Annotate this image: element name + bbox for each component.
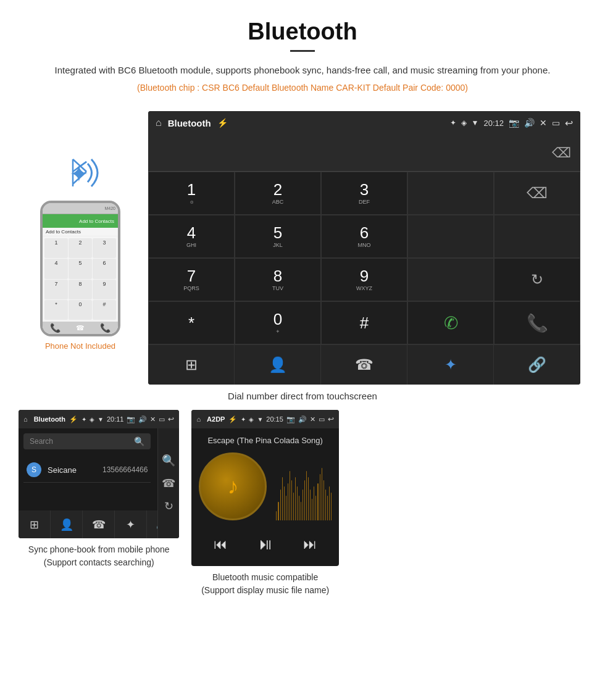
contact-phone: 13566664466 xyxy=(102,465,148,474)
bluetooth-specs: (Bluetooth chip : CSR BC6 Default Blueto… xyxy=(37,83,568,93)
eq-bar-10 xyxy=(295,477,296,520)
contacts-side-refresh-icon[interactable]: ↻ xyxy=(164,499,173,513)
eq-bar-19 xyxy=(312,499,312,520)
music-content: Escape (The Pina Colada Song) ♪ ⏮ ⏯ ⏭ xyxy=(191,428,338,566)
contacts-tool-phone[interactable]: ☎ xyxy=(83,510,115,538)
dial-backspace[interactable]: ⌫ xyxy=(494,172,580,215)
eq-bar-9 xyxy=(293,493,294,520)
contacts-caption: Sync phone-book from mobile phone (Suppo… xyxy=(19,543,179,569)
phone-key-star[interactable]: * xyxy=(44,300,68,320)
phone-key-0[interactable]: 0 xyxy=(69,300,92,320)
main-section: ✦ M420 Add xyxy=(0,111,605,385)
eq-bar-13 xyxy=(301,502,301,520)
contacts-body: Search 🔍 S Seicane 13566664466 xyxy=(19,433,179,486)
music-win-icon[interactable]: ▭ xyxy=(319,415,325,423)
car-dial-screen: ⌂ Bluetooth ⚡ ✦ ◈ ▼ 20:12 📷 🔊 ✕ ▭ ↩ xyxy=(148,111,580,385)
signal-icon: ▼ xyxy=(472,119,479,127)
music-cam-icon[interactable]: 📷 xyxy=(286,415,295,423)
camera-icon[interactable]: 📷 xyxy=(509,118,519,128)
dial-key-hash[interactable]: # xyxy=(321,301,407,344)
phone-key-7[interactable]: 7 xyxy=(44,280,68,299)
dial-key-7[interactable]: 7 PQRS xyxy=(148,258,235,301)
eq-bar-15 xyxy=(304,480,305,520)
dial-key-1[interactable]: 1 ⌾ xyxy=(148,172,235,215)
dial-key-9[interactable]: 9 WXYZ xyxy=(321,258,407,301)
dial-key-star[interactable]: * xyxy=(148,301,235,344)
home-icon[interactable]: ⌂ xyxy=(156,117,162,128)
dial-tool-keypad[interactable]: ⊞ xyxy=(148,345,235,385)
delete-key[interactable]: ⌫ xyxy=(552,145,571,161)
dial-tool-bluetooth[interactable]: ✦ xyxy=(407,345,494,385)
contacts-back-icon[interactable]: ↩ xyxy=(168,415,174,423)
music-home-icon[interactable]: ⌂ xyxy=(196,415,201,423)
eq-bar-6 xyxy=(288,483,288,520)
contacts-title: Bluetooth xyxy=(34,415,65,423)
dial-key-0[interactable]: 0 + xyxy=(235,301,321,344)
phone-key-4[interactable]: 4 xyxy=(44,259,68,278)
dial-key-3[interactable]: 3 DEF xyxy=(321,172,407,215)
close-icon[interactable]: ✕ xyxy=(540,118,547,128)
eq-bar-22 xyxy=(317,483,318,520)
music-prev-button[interactable]: ⏮ xyxy=(214,536,227,552)
back-icon[interactable]: ↩ xyxy=(565,117,573,129)
volume-icon[interactable]: 🔊 xyxy=(524,118,535,128)
contact-row-seicane[interactable]: S Seicane 13566664466 xyxy=(23,457,151,483)
contacts-loc-icon: ◈ xyxy=(90,416,94,423)
contacts-close-icon[interactable]: ✕ xyxy=(150,415,156,423)
eq-bar-29 xyxy=(331,493,332,520)
dial-key-empty-4 xyxy=(407,258,494,301)
dial-key-2[interactable]: 2 ABC xyxy=(235,172,321,215)
contacts-tool-keypad[interactable]: ⊞ xyxy=(19,510,51,538)
contacts-list: S Seicane 13566664466 xyxy=(19,454,156,486)
phone-key-5[interactable]: 5 xyxy=(69,259,92,278)
contacts-cam-icon[interactable]: 📷 xyxy=(127,415,135,423)
dial-endcall-button[interactable]: 📞 xyxy=(494,301,580,344)
eq-bar-23 xyxy=(320,474,320,520)
dial-tool-link[interactable]: 🔗 xyxy=(494,345,580,385)
page-header: Bluetooth Integrated with BC6 Bluetooth … xyxy=(0,0,605,111)
window-icon[interactable]: ▭ xyxy=(552,118,560,128)
contacts-header: ⌂ Bluetooth ⚡ ✦ ◈ ▼ 20:11 📷 🔊 ✕ ▭ ↩ xyxy=(19,410,179,428)
contacts-vol-icon[interactable]: 🔊 xyxy=(138,415,147,423)
dial-call-button[interactable]: ✆ xyxy=(407,301,494,344)
contacts-tool-user[interactable]: 👤 xyxy=(51,510,83,538)
contacts-tool-bluetooth[interactable]: ✦ xyxy=(115,510,147,538)
phone-key-9[interactable]: 9 xyxy=(93,280,116,299)
dial-tool-contacts[interactable]: 👤 xyxy=(235,345,321,385)
music-back-icon[interactable]: ↩ xyxy=(328,415,334,423)
phone-key-2[interactable]: 2 xyxy=(69,238,92,258)
eq-bar-8 xyxy=(291,480,292,520)
music-bt-art-icon: ♪ xyxy=(227,473,238,499)
phone-key-hash[interactable]: # xyxy=(93,300,116,320)
music-next-button[interactable]: ⏭ xyxy=(303,536,317,552)
contacts-home-icon[interactable]: ⌂ xyxy=(23,415,28,423)
dial-key-5[interactable]: 5 JKL xyxy=(235,215,321,258)
eq-bar-0 xyxy=(276,511,277,520)
eq-bar-28 xyxy=(329,486,330,520)
dial-caption: Dial number direct from touchscreen xyxy=(0,391,605,401)
eq-bar-27 xyxy=(327,496,328,520)
phone-key-6[interactable]: 6 xyxy=(93,259,116,278)
contacts-side-phone-icon[interactable]: ☎ xyxy=(162,477,175,490)
contacts-side-search-icon[interactable]: 🔍 xyxy=(162,454,175,467)
phone-key-1[interactable]: 1 xyxy=(44,238,68,258)
music-vol-icon[interactable]: 🔊 xyxy=(298,415,307,423)
music-screen-wrapper: ⌂ A2DP ⚡ ✦ ◈ ▼ 20:15 📷 🔊 ✕ ▭ ↩ xyxy=(191,410,338,597)
phone-key-3[interactable]: 3 xyxy=(93,238,116,258)
dial-key-4[interactable]: 4 GHI xyxy=(148,215,235,258)
music-play-pause-button[interactable]: ⏯ xyxy=(257,535,273,554)
contacts-win-icon[interactable]: ▭ xyxy=(159,415,165,423)
dial-key-8[interactable]: 8 TUV xyxy=(235,258,321,301)
contacts-screen: ⌂ Bluetooth ⚡ ✦ ◈ ▼ 20:11 📷 🔊 ✕ ▭ ↩ xyxy=(19,410,179,538)
phone-contact-row: Add to Contacts xyxy=(43,228,118,236)
eq-bar-25 xyxy=(323,480,324,520)
eq-bar-26 xyxy=(325,490,326,520)
dial-refresh[interactable]: ↻ xyxy=(494,258,580,301)
phone-top-bar: M420 xyxy=(43,203,118,214)
contacts-search-bar[interactable]: Search 🔍 xyxy=(23,433,151,449)
phone-key-8[interactable]: 8 xyxy=(69,280,92,299)
music-close-icon[interactable]: ✕ xyxy=(310,415,315,423)
dial-tool-phone[interactable]: ☎ xyxy=(321,345,407,385)
dial-key-6[interactable]: 6 MNO xyxy=(321,215,407,258)
music-caption-line2: (Support display music file name) xyxy=(201,585,329,595)
